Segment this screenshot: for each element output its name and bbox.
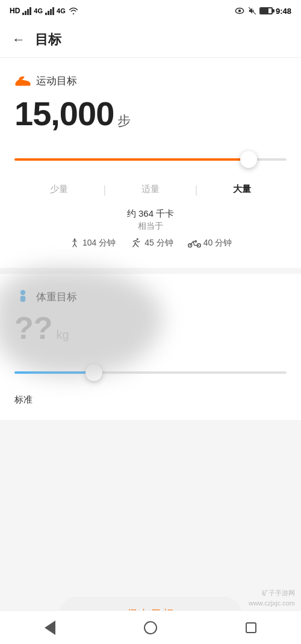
network-4g: 4G	[34, 7, 43, 14]
run-activity: 45 分钟	[130, 238, 173, 249]
page-title: 目标	[35, 31, 61, 49]
step-slider[interactable]	[14, 147, 287, 172]
slider-fill	[14, 158, 246, 161]
run-icon	[130, 238, 142, 249]
status-left: HD 4G 4G	[10, 7, 79, 15]
home-nav-button[interactable]	[141, 618, 160, 637]
time-display: 9:48	[276, 7, 291, 16]
watermark-line2: www.czjxjc.com	[249, 598, 295, 608]
label-low: 少量	[17, 184, 101, 196]
calorie-text: 约 364 千卡	[14, 208, 287, 220]
equivalent-text: 相当于	[14, 221, 287, 232]
home-circle-icon	[144, 621, 157, 634]
body-number-row: ?? kg	[14, 310, 287, 346]
back-nav-button[interactable]	[40, 618, 60, 637]
standard-label: 标准	[14, 394, 287, 406]
bike-activity: 40 分钟	[188, 238, 232, 249]
divider-1: |	[101, 184, 109, 196]
bike-icon	[188, 238, 201, 249]
slider-thumb[interactable]	[240, 151, 257, 168]
watermark-line1: 矿子手游网	[249, 588, 295, 598]
body-slider[interactable]	[14, 361, 287, 385]
activity-row: 104 分钟 45 分钟	[14, 238, 287, 249]
svg-point-1	[238, 10, 241, 13]
hd-label: HD	[10, 7, 20, 15]
walk-activity: 104 分钟	[69, 238, 116, 249]
signal-4g-2	[45, 7, 54, 15]
network-4g-2: 4G	[57, 7, 66, 14]
exercise-goal-section: 运动目标 15,000 步 少量 | 适量 | 大量 约 364 千卡 相当于	[0, 58, 301, 268]
battery-icon	[259, 7, 273, 14]
run-time: 45 分钟	[144, 238, 173, 249]
walk-icon	[69, 238, 80, 249]
svg-point-8	[20, 290, 25, 295]
step-number: 15,000	[14, 94, 114, 133]
status-right: 9:48	[234, 7, 291, 16]
recent-nav-button[interactable]	[241, 618, 261, 637]
body-slider-track	[14, 371, 287, 374]
exercise-section-label: 运动目标	[36, 74, 77, 88]
mute-icon	[248, 7, 256, 15]
page-header: ← 目标	[0, 22, 301, 58]
label-high: 大量	[200, 184, 284, 196]
back-button[interactable]: ←	[12, 32, 25, 48]
body-number: ??	[14, 310, 53, 346]
bike-time: 40 分钟	[203, 238, 232, 249]
body-goal-section: 体重目标 ?? kg 标准	[0, 274, 301, 420]
svg-point-3	[73, 238, 75, 240]
watermark: 矿子手游网 www.czjxjc.com	[249, 588, 295, 608]
signal-4g-1	[22, 7, 31, 15]
body-slider-thumb[interactable]	[85, 364, 102, 381]
walk-time: 104 分钟	[82, 238, 116, 249]
recent-square-icon	[246, 622, 256, 633]
calorie-section: 约 364 千卡 相当于 104 分钟 45 分钟	[14, 208, 287, 249]
step-unit: 步	[117, 112, 131, 130]
step-count-row: 15,000 步	[14, 94, 287, 133]
body-unit: kg	[57, 328, 69, 342]
status-bar: HD 4G 4G	[0, 0, 301, 22]
label-mid: 适量	[108, 184, 193, 196]
bottom-navigation: 矿子手游网 www.czjxjc.com	[0, 610, 301, 644]
body-title-row: 体重目标	[14, 288, 287, 305]
back-triangle-icon	[45, 621, 55, 635]
body-section-label: 体重目标	[36, 290, 77, 304]
shoe-icon	[14, 72, 31, 89]
svg-point-4	[137, 238, 138, 240]
eye-icon	[234, 7, 245, 15]
body-icon	[14, 288, 31, 305]
svg-rect-9	[20, 296, 25, 302]
divider-2: |	[193, 184, 200, 196]
wifi-icon	[68, 7, 79, 15]
body-slider-fill	[14, 371, 91, 374]
intensity-labels-row: 少量 | 适量 | 大量	[14, 184, 287, 196]
exercise-title-row: 运动目标	[14, 72, 287, 89]
content-spacer	[0, 420, 301, 579]
section-divider	[0, 268, 301, 274]
